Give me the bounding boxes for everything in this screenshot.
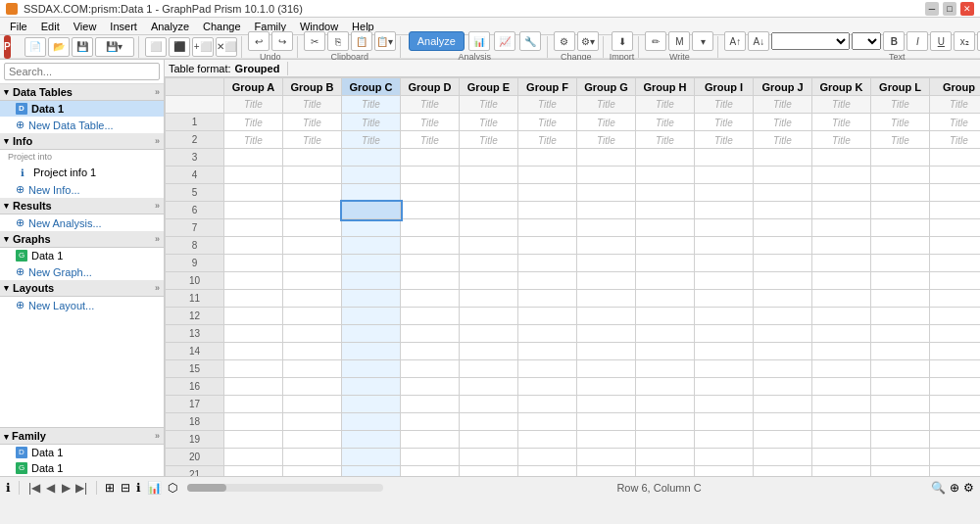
- close-button[interactable]: ✕: [960, 2, 974, 16]
- cell-r19-cL[interactable]: [871, 431, 930, 449]
- cell-r17-cI[interactable]: [695, 396, 754, 413]
- cell-r17-cG[interactable]: [577, 396, 636, 413]
- cell-r20-cL[interactable]: [871, 449, 930, 466]
- cell-r7-cL[interactable]: [871, 219, 930, 237]
- cell-r4-cK[interactable]: [812, 167, 871, 184]
- more-family-icon[interactable]: »: [155, 431, 160, 441]
- cell-r11-cL[interactable]: [871, 290, 930, 308]
- cell-r5-cI[interactable]: [695, 184, 754, 202]
- cell-r5-cE[interactable]: [460, 184, 518, 202]
- cell-r12-cJ[interactable]: [754, 308, 812, 325]
- nav-next-button[interactable]: ▶: [59, 481, 73, 495]
- cell-r21-cI[interactable]: [695, 466, 754, 477]
- cell-r4-cM[interactable]: [930, 167, 981, 184]
- cell-r10-cC[interactable]: [342, 272, 401, 290]
- write-btn1[interactable]: ✏: [645, 31, 666, 51]
- cell-r16-cJ[interactable]: [754, 378, 812, 396]
- bold-button[interactable]: B: [883, 31, 905, 51]
- cell-r18-cM[interactable]: [930, 413, 981, 431]
- cell-r10-cL[interactable]: [871, 272, 930, 290]
- cell-r17-cJ[interactable]: [754, 396, 812, 413]
- grid-medium-icon[interactable]: ⊟: [121, 481, 130, 495]
- menu-view[interactable]: View: [68, 20, 103, 33]
- cell-r13-cM[interactable]: [930, 325, 981, 343]
- section-results[interactable]: ▾ Results »: [0, 198, 164, 214]
- cell-r4-cE[interactable]: [460, 167, 518, 184]
- cell-r1-cD[interactable]: Title: [401, 114, 460, 131]
- cell-r19-cD[interactable]: [401, 431, 460, 449]
- cell-r14-cE[interactable]: [460, 343, 518, 360]
- cell-r21-cC[interactable]: [342, 466, 401, 477]
- cell-r16-cD[interactable]: [401, 378, 460, 396]
- cell-r7-cE[interactable]: [460, 219, 518, 237]
- title-j[interactable]: Title: [754, 96, 812, 114]
- cell-r11-cJ[interactable]: [754, 290, 812, 308]
- cell-r13-cK[interactable]: [812, 325, 871, 343]
- cell-r12-cA[interactable]: [224, 308, 283, 325]
- cell-r5-cD[interactable]: [401, 184, 460, 202]
- cell-r2-cE[interactable]: Title: [460, 131, 518, 149]
- title-m[interactable]: Title: [930, 96, 981, 114]
- cell-r6-cG[interactable]: [577, 202, 636, 219]
- cell-r17-cE[interactable]: [460, 396, 518, 413]
- nav-add-graph[interactable]: ⊕ New Graph...: [0, 263, 164, 280]
- open-button[interactable]: 📂: [48, 37, 70, 57]
- cell-r1-cA[interactable]: Title: [224, 114, 283, 131]
- search-input[interactable]: [4, 63, 160, 80]
- cell-r9-cG[interactable]: [577, 255, 636, 272]
- menu-change[interactable]: Change: [197, 20, 247, 33]
- cell-r10-cE[interactable]: [460, 272, 518, 290]
- cell-r20-cJ[interactable]: [754, 449, 812, 466]
- col-header-b[interactable]: Group B: [283, 78, 342, 96]
- cell-r21-cE[interactable]: [460, 466, 518, 477]
- cell-r16-cI[interactable]: [695, 378, 754, 396]
- more-graphs-icon[interactable]: »: [155, 234, 160, 244]
- col-header-j[interactable]: Group J: [754, 78, 812, 96]
- cell-r12-cG[interactable]: [577, 308, 636, 325]
- cell-r13-cA[interactable]: [224, 325, 283, 343]
- nav-item-graph-data1[interactable]: G Data 1: [0, 248, 164, 263]
- cell-r6-cJ[interactable]: [754, 202, 812, 219]
- cell-r7-cC[interactable]: [342, 219, 401, 237]
- cell-r12-cM[interactable]: [930, 308, 981, 325]
- cell-r1-cC[interactable]: Title: [342, 114, 401, 131]
- cell-r20-cA[interactable]: [224, 449, 283, 466]
- cell-r12-cL[interactable]: [871, 308, 930, 325]
- cell-r1-cE[interactable]: Title: [460, 114, 518, 131]
- cell-r20-cC[interactable]: [342, 449, 401, 466]
- cell-r18-cH[interactable]: [636, 413, 695, 431]
- cell-r7-cD[interactable]: [401, 219, 460, 237]
- analysis-btn4[interactable]: 🔧: [519, 31, 541, 51]
- cell-r19-cJ[interactable]: [754, 431, 812, 449]
- cell-r9-cI[interactable]: [695, 255, 754, 272]
- cell-r6-cI[interactable]: [695, 202, 754, 219]
- cell-r15-cG[interactable]: [577, 360, 636, 378]
- cell-r4-cB[interactable]: [283, 167, 342, 184]
- cell-r9-cK[interactable]: [812, 255, 871, 272]
- table-container[interactable]: Group A Group B Group C Group D Group E …: [165, 77, 980, 476]
- scroll-bar[interactable]: [187, 484, 383, 492]
- cell-r3-cK[interactable]: [812, 149, 871, 167]
- italic-button[interactable]: I: [906, 31, 928, 51]
- cell-r13-cH[interactable]: [636, 325, 695, 343]
- cell-r20-cE[interactable]: [460, 449, 518, 466]
- cell-r9-cJ[interactable]: [754, 255, 812, 272]
- cell-r9-cF[interactable]: [518, 255, 577, 272]
- cell-r18-cL[interactable]: [871, 413, 930, 431]
- cell-r16-cK[interactable]: [812, 378, 871, 396]
- cell-r2-cF[interactable]: Title: [518, 131, 577, 149]
- col-header-k[interactable]: Group K: [812, 78, 871, 96]
- cell-r16-cE[interactable]: [460, 378, 518, 396]
- cell-r8-cG[interactable]: [577, 237, 636, 255]
- change-btn1[interactable]: ⚙: [554, 31, 575, 51]
- section-info[interactable]: ▾ Info »: [0, 133, 164, 150]
- more-info-icon[interactable]: »: [155, 136, 160, 146]
- cell-r13-cF[interactable]: [518, 325, 577, 343]
- cell-r7-cB[interactable]: [283, 219, 342, 237]
- cell-r13-cJ[interactable]: [754, 325, 812, 343]
- nav-first-button[interactable]: |◀: [27, 481, 41, 495]
- cell-r11-cF[interactable]: [518, 290, 577, 308]
- cell-r17-cB[interactable]: [283, 396, 342, 413]
- cell-r19-cE[interactable]: [460, 431, 518, 449]
- cell-r3-cJ[interactable]: [754, 149, 812, 167]
